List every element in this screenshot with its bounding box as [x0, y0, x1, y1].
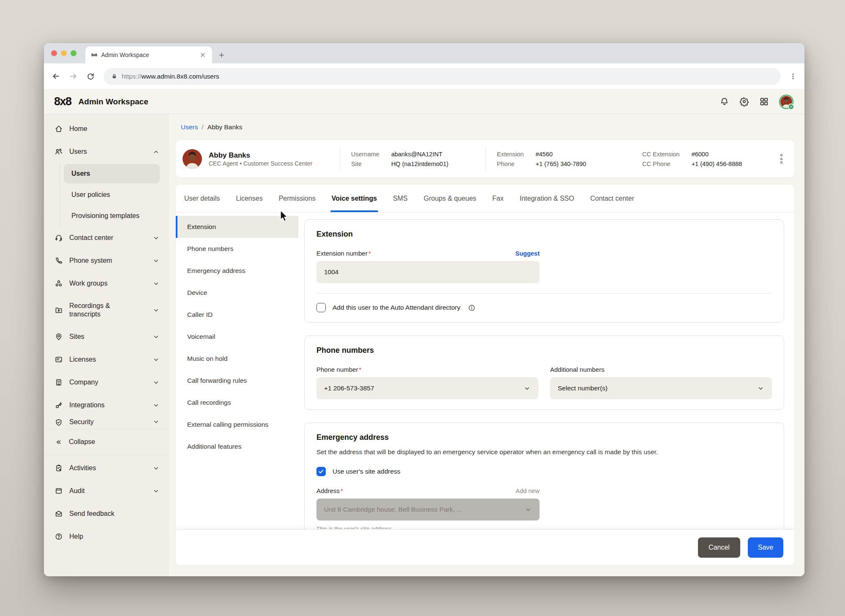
cancel-button[interactable]: Cancel	[698, 537, 740, 558]
sidebar-item-users-sub[interactable]: Users	[60, 163, 169, 184]
settings-gear-icon[interactable]	[739, 97, 749, 106]
chevron-down-icon	[153, 379, 160, 386]
browser-toolbar: https://www.admin.8x8.com/users	[44, 63, 804, 90]
extension-section: Extension Extension number* Suggest 1004	[304, 219, 784, 323]
browser-menu-icon[interactable]	[789, 73, 797, 80]
back-icon[interactable]	[52, 72, 60, 81]
sidebar-item-users[interactable]: Users	[44, 140, 169, 163]
user-card-menu-icon[interactable]	[777, 149, 786, 169]
new-tab-button[interactable]	[218, 52, 225, 59]
minimize-window-button[interactable]	[61, 50, 67, 56]
sidebar-item-recordings-transcripts[interactable]: Recordings & transcripts	[44, 295, 169, 325]
help-icon	[55, 532, 63, 541]
username-value: abanks@NA12INT	[391, 151, 474, 158]
subnav-caller-id[interactable]: Caller ID	[176, 304, 298, 326]
extension-number-input[interactable]: 1004	[316, 261, 540, 283]
sidebar-item-security[interactable]: Security	[44, 417, 169, 427]
user-cc-fields: CC Extension#6000 CC Phone+1 (490) 456-8…	[631, 151, 777, 167]
subnav-call-recordings[interactable]: Call recordings	[176, 392, 298, 414]
chevron-up-icon	[153, 148, 160, 155]
chevron-down-icon	[153, 280, 160, 287]
info-icon[interactable]	[468, 304, 476, 312]
tab-fax[interactable]: Fax	[492, 185, 504, 212]
sidebar-collapse-button[interactable]: Collapse	[44, 431, 169, 453]
auto-attendant-label: Add this user to the Auto Attendant dire…	[333, 304, 460, 311]
sidebar-item-contact-center[interactable]: Contact center	[44, 226, 169, 249]
sidebar-item-sites[interactable]: Sites	[44, 325, 169, 348]
add-new-link[interactable]: Add new	[516, 488, 540, 494]
lock-icon	[111, 73, 117, 79]
address-bar[interactable]: https://www.admin.8x8.com/users	[104, 68, 781, 85]
sidebar-item-home[interactable]: Home	[44, 117, 169, 140]
sidebar-item-work-groups[interactable]: Work groups	[44, 272, 169, 295]
licenses-icon	[55, 355, 63, 364]
emergency-address-description: Set the address that will be displayed t…	[316, 448, 772, 456]
breadcrumb-current: Abby Banks	[207, 123, 243, 131]
subnav-voicemail[interactable]: Voicemail	[176, 326, 298, 348]
app-grid-icon[interactable]	[759, 97, 769, 106]
use-site-address-label: Use user's site address	[333, 468, 401, 475]
subnav-music-on-hold[interactable]: Music on hold	[176, 348, 298, 370]
user-tabs: User detailsLicensesPermissionsVoice set…	[176, 185, 794, 213]
tab-user-details[interactable]: User details	[184, 185, 220, 212]
voice-settings-subnav: ExtensionPhone numbersEmergency addressD…	[176, 213, 298, 565]
phone-number-select[interactable]: +1 206-573-3857	[316, 377, 538, 399]
tab-favicon: 8x8	[91, 53, 97, 57]
audit-icon	[55, 487, 63, 495]
sidebar-item-integrations[interactable]: Integrations	[44, 394, 169, 417]
sidebar-item-user-policies[interactable]: User policies	[60, 184, 169, 205]
save-button[interactable]: Save	[748, 537, 783, 558]
suggest-link[interactable]: Suggest	[515, 250, 540, 257]
subnav-call-forwarding-rules[interactable]: Call forwarding rules	[176, 370, 298, 392]
subnav-emergency-address[interactable]: Emergency address	[176, 260, 298, 282]
tab-close-icon[interactable]	[199, 52, 206, 58]
auto-attendant-checkbox[interactable]	[316, 303, 326, 312]
tab-voice-settings[interactable]: Voice settings	[332, 185, 377, 212]
sidebar-divider	[44, 429, 169, 429]
subnav-device[interactable]: Device	[176, 282, 298, 304]
main-content: Users / Abby Banks Abby Banks CEC Agent …	[169, 114, 804, 576]
forward-icon[interactable]	[69, 72, 78, 81]
tab-licenses[interactable]: Licenses	[236, 185, 262, 212]
send-feedback-icon	[55, 510, 63, 518]
headset-icon	[55, 234, 63, 242]
notifications-bell-icon[interactable]	[720, 97, 729, 106]
refresh-icon[interactable]	[86, 72, 95, 81]
subnav-additional-features[interactable]: Additional features	[176, 436, 298, 458]
sidebar-item-audit[interactable]: Audit	[44, 480, 169, 502]
breadcrumb: Users / Abby Banks	[176, 114, 794, 140]
work-groups-icon	[55, 279, 63, 288]
admin-workspace-app: 8x8 Admin Workspace Home	[44, 90, 804, 576]
sidebar-item-phone-system[interactable]: Phone system	[44, 249, 169, 272]
chevron-down-icon	[523, 385, 531, 392]
chevron-down-icon	[153, 307, 160, 314]
chevron-down-icon	[153, 333, 160, 341]
browser-tab[interactable]: 8x8 Admin Workspace	[85, 46, 212, 63]
tab-permissions[interactable]: Permissions	[279, 185, 316, 212]
site-value: HQ (na12intdemo01)	[391, 161, 474, 167]
tab-integration-sso[interactable]: Integration & SSO	[520, 185, 574, 212]
tab-contact-center[interactable]: Contact center	[590, 185, 634, 212]
sidebar-item-send-feedback[interactable]: Send feedback	[44, 502, 169, 525]
sidebar-item-provisioning-templates[interactable]: Provisioning templates	[60, 205, 169, 226]
address-label: Address*	[316, 487, 343, 494]
sidebar-item-licenses[interactable]: Licenses	[44, 348, 169, 371]
subnav-phone-numbers[interactable]: Phone numbers	[176, 238, 298, 260]
avatar[interactable]	[779, 95, 793, 109]
sidebar-item-company[interactable]: Company	[44, 371, 169, 394]
browser-window: 8x8 Admin Workspace https://www.admin.8x…	[44, 43, 804, 576]
home-icon	[55, 125, 63, 133]
close-window-button[interactable]	[51, 50, 57, 56]
subnav-extension[interactable]: Extension	[176, 216, 298, 238]
maximize-window-button[interactable]	[71, 50, 76, 56]
tab-sms[interactable]: SMS	[393, 185, 408, 212]
sidebar-item-help[interactable]: Help	[44, 525, 169, 548]
address-select[interactable]: Unit 8 Cambridge house, Bell Business Pa…	[316, 499, 540, 521]
additional-numbers-select[interactable]: Select number(s)	[550, 377, 772, 399]
additional-numbers-label: Additional numbers	[550, 366, 604, 373]
tab-groups-queues[interactable]: Groups & queues	[424, 185, 477, 212]
breadcrumb-users-link[interactable]: Users	[181, 123, 198, 131]
subnav-external-calling-permissions[interactable]: External calling permissions	[176, 414, 298, 436]
sidebar-item-activities[interactable]: Activities	[44, 457, 169, 480]
use-site-address-checkbox[interactable]	[316, 467, 326, 476]
